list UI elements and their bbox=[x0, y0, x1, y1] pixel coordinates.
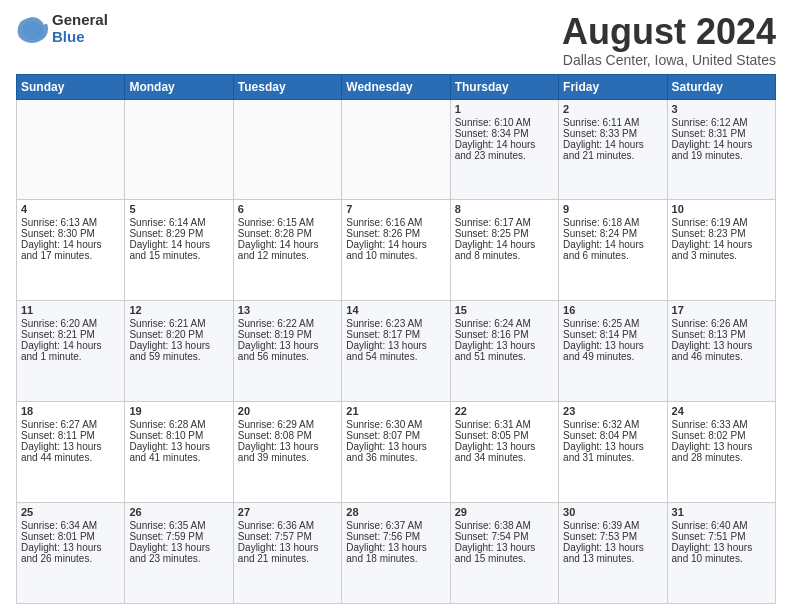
day-info-line: and 21 minutes. bbox=[563, 150, 662, 161]
day-info-line: Sunrise: 6:28 AM bbox=[129, 419, 228, 430]
logo-icon bbox=[16, 13, 48, 45]
calendar-table: SundayMondayTuesdayWednesdayThursdayFrid… bbox=[16, 74, 776, 604]
day-info-line: Sunset: 8:08 PM bbox=[238, 430, 337, 441]
day-info-line: Sunset: 8:13 PM bbox=[672, 329, 771, 340]
day-info-line: Sunset: 8:02 PM bbox=[672, 430, 771, 441]
day-info-line: Daylight: 13 hours bbox=[129, 441, 228, 452]
day-info-line: and 15 minutes. bbox=[455, 553, 554, 564]
day-info-line: and 59 minutes. bbox=[129, 351, 228, 362]
day-info-line: and 56 minutes. bbox=[238, 351, 337, 362]
title-block: August 2024 Dallas Center, Iowa, United … bbox=[562, 12, 776, 68]
header: General Blue August 2024 Dallas Center, … bbox=[16, 12, 776, 68]
day-info-line: Sunset: 8:26 PM bbox=[346, 228, 445, 239]
day-info-line: Daylight: 13 hours bbox=[346, 340, 445, 351]
day-info-line: Sunset: 8:29 PM bbox=[129, 228, 228, 239]
day-info-line: Sunrise: 6:32 AM bbox=[563, 419, 662, 430]
day-cell: 4Sunrise: 6:13 AMSunset: 8:30 PMDaylight… bbox=[17, 200, 125, 301]
day-info-line: and 44 minutes. bbox=[21, 452, 120, 463]
day-info-line: Daylight: 13 hours bbox=[238, 340, 337, 351]
day-info-line: Daylight: 14 hours bbox=[21, 239, 120, 250]
day-info-line: Sunset: 7:59 PM bbox=[129, 531, 228, 542]
logo: General Blue bbox=[16, 12, 108, 45]
day-cell: 29Sunrise: 6:38 AMSunset: 7:54 PMDayligh… bbox=[450, 503, 558, 604]
day-info-line: Sunset: 8:11 PM bbox=[21, 430, 120, 441]
day-info-line: Sunrise: 6:23 AM bbox=[346, 318, 445, 329]
day-number: 15 bbox=[455, 304, 554, 316]
day-info-line: Daylight: 14 hours bbox=[21, 340, 120, 351]
day-info-line: Sunset: 8:20 PM bbox=[129, 329, 228, 340]
day-info-line: Sunrise: 6:31 AM bbox=[455, 419, 554, 430]
day-number: 23 bbox=[563, 405, 662, 417]
day-info-line: Sunrise: 6:11 AM bbox=[563, 117, 662, 128]
day-info-line: Sunrise: 6:12 AM bbox=[672, 117, 771, 128]
day-info-line: Sunrise: 6:26 AM bbox=[672, 318, 771, 329]
day-info-line: Sunset: 8:01 PM bbox=[21, 531, 120, 542]
day-info-line: Daylight: 14 hours bbox=[672, 139, 771, 150]
day-info-line: Sunrise: 6:24 AM bbox=[455, 318, 554, 329]
day-info-line: and 12 minutes. bbox=[238, 250, 337, 261]
day-info-line: Sunrise: 6:39 AM bbox=[563, 520, 662, 531]
day-info-line: and 49 minutes. bbox=[563, 351, 662, 362]
day-cell: 28Sunrise: 6:37 AMSunset: 7:56 PMDayligh… bbox=[342, 503, 450, 604]
day-info-line: Sunset: 7:51 PM bbox=[672, 531, 771, 542]
day-info-line: and 3 minutes. bbox=[672, 250, 771, 261]
day-header-tuesday: Tuesday bbox=[233, 74, 341, 99]
day-info-line: and 51 minutes. bbox=[455, 351, 554, 362]
day-cell: 16Sunrise: 6:25 AMSunset: 8:14 PMDayligh… bbox=[559, 301, 667, 402]
day-header-sunday: Sunday bbox=[17, 74, 125, 99]
day-info-line: Sunset: 8:16 PM bbox=[455, 329, 554, 340]
day-number: 14 bbox=[346, 304, 445, 316]
day-number: 10 bbox=[672, 203, 771, 215]
day-cell bbox=[233, 99, 341, 200]
day-info-line: Daylight: 13 hours bbox=[129, 542, 228, 553]
header-row: SundayMondayTuesdayWednesdayThursdayFrid… bbox=[17, 74, 776, 99]
day-info-line: and 41 minutes. bbox=[129, 452, 228, 463]
day-number: 27 bbox=[238, 506, 337, 518]
day-cell: 19Sunrise: 6:28 AMSunset: 8:10 PMDayligh… bbox=[125, 402, 233, 503]
day-info-line: Daylight: 14 hours bbox=[672, 239, 771, 250]
day-info-line: and 15 minutes. bbox=[129, 250, 228, 261]
day-number: 22 bbox=[455, 405, 554, 417]
day-info-line: Daylight: 13 hours bbox=[455, 340, 554, 351]
day-info-line: and 17 minutes. bbox=[21, 250, 120, 261]
day-number: 5 bbox=[129, 203, 228, 215]
day-info-line: Daylight: 13 hours bbox=[129, 340, 228, 351]
day-info-line: and 31 minutes. bbox=[563, 452, 662, 463]
day-info-line: Sunrise: 6:21 AM bbox=[129, 318, 228, 329]
day-info-line: Sunrise: 6:30 AM bbox=[346, 419, 445, 430]
day-cell: 5Sunrise: 6:14 AMSunset: 8:29 PMDaylight… bbox=[125, 200, 233, 301]
day-info-line: and 46 minutes. bbox=[672, 351, 771, 362]
day-cell: 21Sunrise: 6:30 AMSunset: 8:07 PMDayligh… bbox=[342, 402, 450, 503]
day-info-line: Daylight: 13 hours bbox=[346, 542, 445, 553]
day-info-line: and 26 minutes. bbox=[21, 553, 120, 564]
day-number: 28 bbox=[346, 506, 445, 518]
day-number: 31 bbox=[672, 506, 771, 518]
day-number: 26 bbox=[129, 506, 228, 518]
day-info-line: Daylight: 14 hours bbox=[563, 139, 662, 150]
week-row-5: 25Sunrise: 6:34 AMSunset: 8:01 PMDayligh… bbox=[17, 503, 776, 604]
calendar-body: 1Sunrise: 6:10 AMSunset: 8:34 PMDaylight… bbox=[17, 99, 776, 603]
day-info-line: Daylight: 13 hours bbox=[21, 441, 120, 452]
day-info-line: and 39 minutes. bbox=[238, 452, 337, 463]
logo-blue: Blue bbox=[52, 29, 108, 46]
calendar-header: SundayMondayTuesdayWednesdayThursdayFrid… bbox=[17, 74, 776, 99]
day-info-line: Sunset: 8:28 PM bbox=[238, 228, 337, 239]
day-number: 4 bbox=[21, 203, 120, 215]
day-info-line: Daylight: 13 hours bbox=[563, 340, 662, 351]
day-info-line: Sunrise: 6:27 AM bbox=[21, 419, 120, 430]
day-info-line: Sunrise: 6:20 AM bbox=[21, 318, 120, 329]
day-info-line: Sunrise: 6:15 AM bbox=[238, 217, 337, 228]
day-number: 16 bbox=[563, 304, 662, 316]
day-info-line: Sunrise: 6:38 AM bbox=[455, 520, 554, 531]
day-cell: 3Sunrise: 6:12 AMSunset: 8:31 PMDaylight… bbox=[667, 99, 775, 200]
day-number: 2 bbox=[563, 103, 662, 115]
day-info-line: Sunset: 8:05 PM bbox=[455, 430, 554, 441]
day-info-line: Daylight: 13 hours bbox=[455, 542, 554, 553]
day-cell: 1Sunrise: 6:10 AMSunset: 8:34 PMDaylight… bbox=[450, 99, 558, 200]
day-cell bbox=[125, 99, 233, 200]
day-cell: 6Sunrise: 6:15 AMSunset: 8:28 PMDaylight… bbox=[233, 200, 341, 301]
day-info-line: and 1 minute. bbox=[21, 351, 120, 362]
day-info-line: Sunrise: 6:17 AM bbox=[455, 217, 554, 228]
day-info-line: and 36 minutes. bbox=[346, 452, 445, 463]
day-number: 13 bbox=[238, 304, 337, 316]
